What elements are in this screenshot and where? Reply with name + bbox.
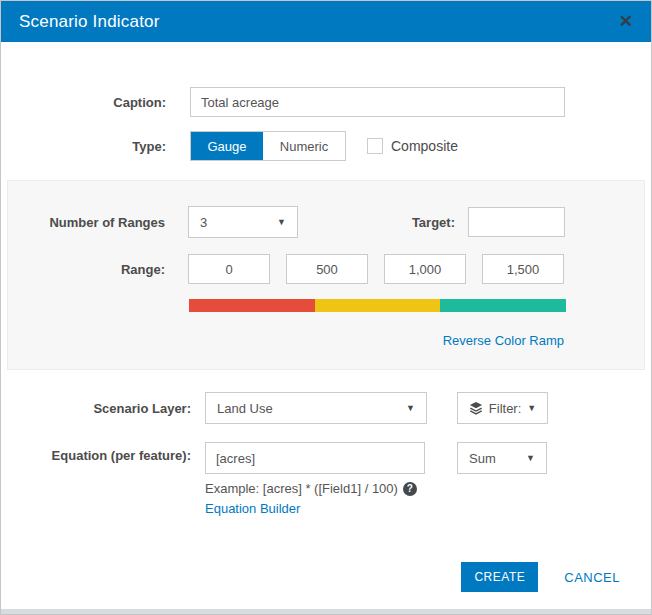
reverse-color-ramp-link[interactable]: Reverse Color Ramp — [443, 333, 564, 348]
equation-example-text: Example: [acres] * ([Field1] / 100) — [205, 481, 398, 496]
color-ramp-red — [189, 299, 315, 312]
create-button[interactable]: CREATE — [461, 562, 538, 592]
target-label: Target: — [298, 215, 455, 230]
filter-label: Filter: — [489, 401, 522, 416]
ranges-panel: Number of Ranges 3 ▼ Target: Range: Reve… — [7, 180, 645, 370]
number-of-ranges-value: 3 — [200, 215, 207, 230]
cancel-link[interactable]: CANCEL — [564, 570, 620, 585]
equation-row: Equation (per feature): Example: [acres]… — [1, 442, 651, 516]
scenario-indicator-dialog: Scenario Indicator ✕ Caption: Type: Gaug… — [0, 0, 652, 615]
range-row: Range: — [8, 254, 644, 284]
type-toggle: Gauge Numeric — [190, 131, 346, 161]
chevron-down-icon: ▼ — [406, 403, 415, 413]
dialog-header: Scenario Indicator ✕ — [1, 1, 651, 42]
caption-row: Caption: — [1, 87, 651, 117]
composite-checkbox[interactable] — [367, 138, 383, 154]
composite-label: Composite — [391, 138, 458, 154]
type-row: Type: Gauge Numeric Composite — [1, 131, 651, 161]
caption-label: Caption: — [1, 95, 166, 110]
close-icon[interactable]: ✕ — [619, 13, 633, 30]
number-of-ranges-row: Number of Ranges 3 ▼ Target: — [8, 206, 644, 238]
chevron-down-icon: ▼ — [526, 453, 535, 463]
chevron-down-icon: ▼ — [527, 403, 536, 413]
filter-button[interactable]: Filter: ▼ — [457, 392, 548, 424]
range-input-3[interactable] — [384, 254, 466, 284]
range-input-4[interactable] — [482, 254, 564, 284]
caption-input[interactable] — [190, 87, 565, 117]
aggregation-value: Sum — [469, 451, 496, 466]
scenario-layer-row: Scenario Layer: Land Use ▼ Filter: ▼ — [1, 392, 651, 424]
equation-label: Equation (per feature): — [1, 442, 191, 466]
type-option-gauge[interactable]: Gauge — [191, 132, 263, 160]
scenario-layer-value: Land Use — [217, 401, 273, 416]
equation-input[interactable] — [205, 442, 425, 474]
dialog-bottom-strip — [1, 609, 651, 614]
layers-icon — [469, 401, 483, 415]
type-option-numeric[interactable]: Numeric — [263, 132, 345, 160]
type-label: Type: — [1, 139, 166, 154]
range-label: Range: — [8, 262, 165, 277]
target-input[interactable] — [468, 207, 565, 237]
color-ramp-yellow — [315, 299, 441, 312]
dialog-title: Scenario Indicator — [19, 12, 160, 32]
dialog-footer: CREATE CANCEL — [1, 562, 651, 592]
equation-column: Example: [acres] * ([Field1] / 100) ? Eq… — [205, 442, 425, 516]
scenario-layer-label: Scenario Layer: — [1, 401, 191, 416]
composite-checkbox-wrap: Composite — [367, 138, 458, 154]
equation-example-line: Example: [acres] * ([Field1] / 100) ? — [205, 481, 425, 496]
reverse-color-ramp-row: Reverse Color Ramp — [8, 331, 644, 349]
equation-builder-link[interactable]: Equation Builder — [205, 501, 425, 516]
scenario-layer-select[interactable]: Land Use ▼ — [205, 392, 427, 424]
chevron-down-icon: ▼ — [277, 217, 286, 227]
range-input-2[interactable] — [286, 254, 368, 284]
color-ramp — [189, 299, 566, 312]
aggregation-select[interactable]: Sum ▼ — [457, 442, 547, 474]
color-ramp-green — [440, 299, 566, 312]
help-icon[interactable]: ? — [403, 482, 417, 496]
range-input-1[interactable] — [188, 254, 270, 284]
number-of-ranges-select[interactable]: 3 ▼ — [188, 206, 298, 238]
number-of-ranges-label: Number of Ranges — [8, 215, 165, 230]
